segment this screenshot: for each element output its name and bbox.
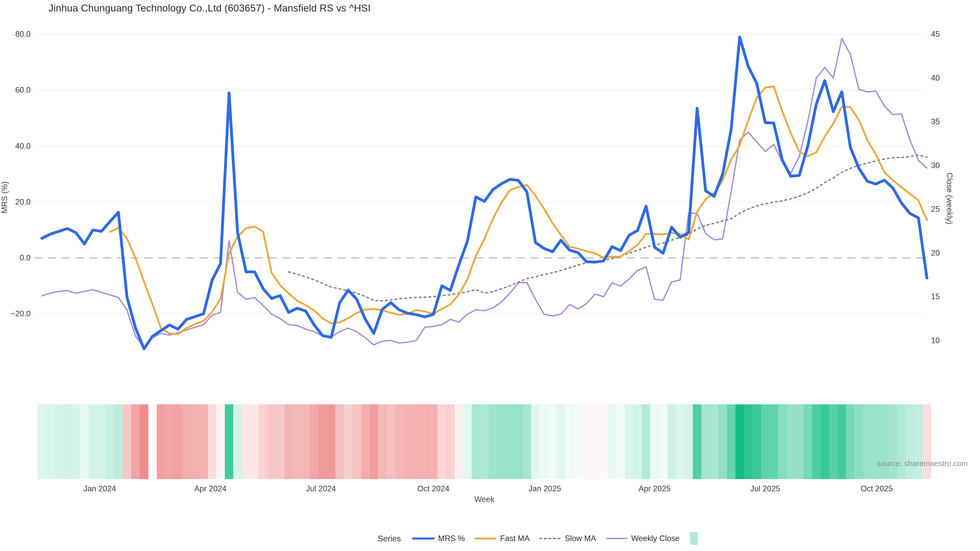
heatmap-cell xyxy=(259,404,267,479)
heatmap-cell xyxy=(821,404,829,479)
legend-item-fast-ma: Fast MA xyxy=(474,534,530,543)
heatmap-cell xyxy=(667,404,676,479)
y-left-tick: 20.0 xyxy=(3,197,30,206)
x-tick: Jan 2024 xyxy=(83,484,116,493)
plot-area xyxy=(0,0,980,551)
heatmap-cell xyxy=(778,404,787,479)
y-right-tick: 40 xyxy=(931,73,940,83)
legend-title: Series xyxy=(378,534,401,543)
heatmap-cell xyxy=(710,404,719,479)
heatmap-cell xyxy=(625,404,633,479)
heatmap-cell xyxy=(676,404,684,479)
y-left-tick: −20.0 xyxy=(3,309,30,318)
heatmap-cell xyxy=(684,404,693,479)
heatmap-cell xyxy=(803,404,812,479)
heatmap-cell xyxy=(352,404,361,479)
heatmap-cell xyxy=(387,404,395,479)
x-tick: Oct 2024 xyxy=(417,484,449,493)
y-left-tick: 40.0 xyxy=(3,141,30,151)
heatmap-cell xyxy=(616,404,625,479)
heatmap-cell xyxy=(880,404,889,479)
y-right-tick: 15 xyxy=(931,292,940,301)
heatmap-cell xyxy=(523,404,531,479)
heatmap-cell xyxy=(327,404,336,479)
heatmap-cell xyxy=(838,404,846,479)
heatmap-cell xyxy=(795,404,803,479)
heatmap-cell xyxy=(174,404,183,479)
legend-item-slow-ma: Slow MA xyxy=(539,534,596,543)
heatmap-cell xyxy=(38,404,46,479)
heatmap-cell xyxy=(225,404,234,479)
heatmap-cell xyxy=(565,404,574,479)
legend-line-swatch xyxy=(474,536,496,541)
heatmap-cell xyxy=(701,404,710,479)
x-tick: Jul 2025 xyxy=(750,484,780,493)
chart-canvas: Jinhua Chunguang Technology Co.,Ltd (603… xyxy=(0,0,980,551)
y-right-tick: 25 xyxy=(931,205,940,214)
legend: Series MRS %Fast MASlow MAWeekly Close xyxy=(378,532,698,545)
x-tick: Apr 2024 xyxy=(194,484,226,493)
heatmap-cell xyxy=(293,404,302,479)
heatmap-cell xyxy=(548,404,557,479)
legend-item-label: Weekly Close xyxy=(632,534,679,543)
heatmap-cell xyxy=(55,404,63,479)
heatmap-cell xyxy=(216,404,225,479)
series-line-weekly-close xyxy=(42,38,927,348)
legend-item-label: Fast MA xyxy=(500,534,530,543)
heatmap-cell xyxy=(693,404,702,479)
heatmap-cell xyxy=(267,404,276,479)
heatmap-cell xyxy=(846,404,855,479)
heatmap-cell xyxy=(208,404,216,479)
heatmap-cell xyxy=(301,404,310,479)
heatmap-cell xyxy=(335,404,344,479)
legend-item-mrs-: MRS % xyxy=(412,534,465,543)
heatmap-cell xyxy=(633,404,642,479)
heatmap-cell xyxy=(582,404,591,479)
legend-item-label: Slow MA xyxy=(565,534,596,543)
heatmap-cell xyxy=(735,404,744,479)
legend-line-swatch xyxy=(605,536,628,541)
heatmap-cell xyxy=(480,404,489,479)
heatmap-cell xyxy=(191,404,200,479)
heatmap-cell xyxy=(591,404,600,479)
legend-line-swatch xyxy=(412,536,434,541)
heatmap-cell xyxy=(378,404,387,479)
heatmap-cell xyxy=(489,404,497,479)
y-right-tick: 35 xyxy=(931,117,940,126)
heatmap-cell xyxy=(123,404,131,479)
heatmap-cell xyxy=(761,404,770,479)
heatmap-cell xyxy=(412,404,421,479)
y-left-tick: 0.0 xyxy=(3,253,30,262)
heatmap-cell xyxy=(182,404,191,479)
heatmap-cell xyxy=(531,404,540,479)
heatmap-cell xyxy=(863,404,872,479)
series-line-mrs- xyxy=(42,37,927,349)
legend-line-swatch xyxy=(539,536,561,541)
y-right-tick: 10 xyxy=(931,336,940,345)
heatmap-cell xyxy=(114,404,123,479)
legend-heatmap-swatch xyxy=(690,532,698,545)
heatmap-cell xyxy=(923,404,931,479)
heatmap-cell xyxy=(404,404,412,479)
heatmap-cell xyxy=(752,404,761,479)
heatmap-cell xyxy=(872,404,880,479)
heatmap-cell xyxy=(463,404,472,479)
heatmap-cell xyxy=(506,404,514,479)
x-tick: Apr 2025 xyxy=(638,484,671,493)
heatmap-cell xyxy=(165,404,174,479)
heatmap-cell xyxy=(276,404,285,479)
heatmap-cell xyxy=(242,404,251,479)
heatmap-cell xyxy=(557,404,565,479)
heatmap-cell xyxy=(361,404,370,479)
heatmap-cell xyxy=(787,404,795,479)
legend-item-weekly-close: Weekly Close xyxy=(605,534,679,543)
heatmap-cell xyxy=(574,404,582,479)
y-right-tick: 20 xyxy=(931,248,940,258)
y-left-tick: 60.0 xyxy=(3,86,30,95)
heatmap-cell xyxy=(642,404,651,479)
y-left-tick: 80.0 xyxy=(3,30,30,39)
heatmap-cell xyxy=(659,404,668,479)
heatmap-cell xyxy=(514,404,523,479)
heatmap-cell xyxy=(889,404,897,479)
heatmap-cell xyxy=(718,404,727,479)
